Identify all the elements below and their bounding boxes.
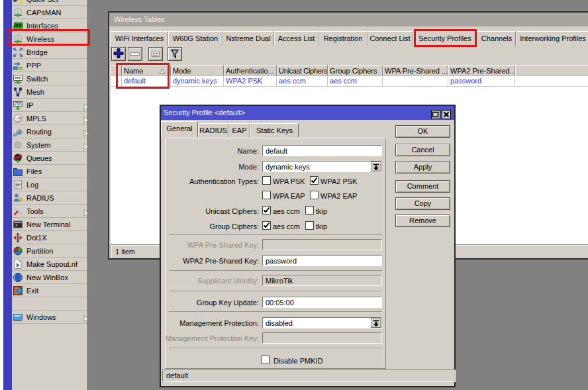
svg-text:255: 255	[15, 101, 22, 106]
